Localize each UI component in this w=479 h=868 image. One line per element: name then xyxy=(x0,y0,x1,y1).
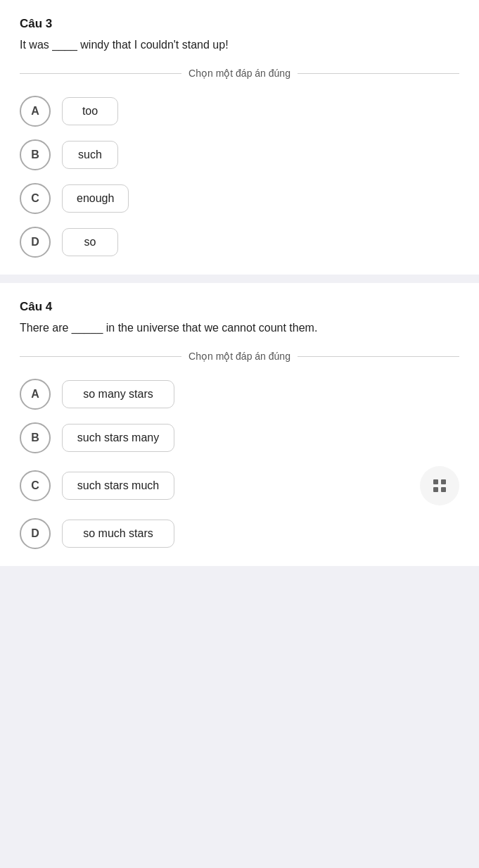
q3-option-c[interactable]: C enough xyxy=(20,183,459,214)
q4-text: There are _____ in the universe that we … xyxy=(20,320,459,336)
q3-option-a-circle: A xyxy=(20,96,51,127)
q4-option-a-box: so many stars xyxy=(62,380,174,408)
svg-rect-2 xyxy=(433,487,438,492)
q4-option-b-box: such stars many xyxy=(62,424,174,452)
q3-option-a[interactable]: A too xyxy=(20,96,459,127)
q4-option-d[interactable]: D so much stars xyxy=(20,518,459,549)
q3-option-b-circle: B xyxy=(20,139,51,170)
question-3-card: Câu 3 It was ____ windy that I couldn't … xyxy=(0,0,479,275)
q3-option-c-circle: C xyxy=(20,183,51,214)
q4-divider-line-right xyxy=(298,356,459,357)
grid-svg-icon xyxy=(431,477,448,494)
q4-option-a[interactable]: A so many stars xyxy=(20,379,459,410)
q3-number: Câu 3 xyxy=(20,17,459,31)
svg-rect-0 xyxy=(433,479,438,484)
q4-option-d-box: so much stars xyxy=(62,520,174,548)
q4-instruction: Chọn một đáp án đúng xyxy=(189,351,290,362)
q3-text: It was ____ windy that I couldn't stand … xyxy=(20,37,459,54)
q3-option-a-box: too xyxy=(62,97,118,125)
q4-option-c-circle: C xyxy=(20,470,51,501)
q3-options-list: A too B such C enough D so xyxy=(20,96,459,258)
q4-option-c-box: such stars much xyxy=(62,472,174,500)
q3-divider: Chọn một đáp án đúng xyxy=(20,68,459,79)
q4-option-a-circle: A xyxy=(20,379,51,410)
q3-option-d-circle: D xyxy=(20,227,51,258)
q3-option-c-box: enough xyxy=(62,184,129,213)
q4-divider: Chọn một đáp án đúng xyxy=(20,351,459,362)
q3-option-d[interactable]: D so xyxy=(20,227,459,258)
q3-option-b-box: such xyxy=(62,141,118,169)
q4-option-c[interactable]: C such stars much xyxy=(20,466,459,505)
divider-line-left xyxy=(20,73,181,74)
grid-icon-button[interactable] xyxy=(420,466,459,505)
q3-option-b[interactable]: B such xyxy=(20,139,459,170)
q4-option-d-circle: D xyxy=(20,518,51,549)
divider-line-right xyxy=(298,73,459,74)
svg-rect-1 xyxy=(441,479,446,484)
q4-option-b-circle: B xyxy=(20,422,51,453)
q4-divider-line-left xyxy=(20,356,181,357)
q4-option-b[interactable]: B such stars many xyxy=(20,422,459,453)
question-4-card: Câu 4 There are _____ in the universe th… xyxy=(0,283,479,566)
svg-rect-3 xyxy=(441,487,446,492)
q3-instruction: Chọn một đáp án đúng xyxy=(189,68,290,79)
q4-options-list: A so many stars B such stars many C such… xyxy=(20,379,459,549)
q4-number: Câu 4 xyxy=(20,300,459,314)
q3-option-d-box: so xyxy=(62,228,118,256)
